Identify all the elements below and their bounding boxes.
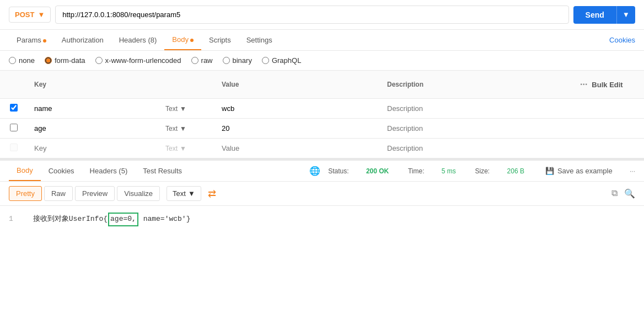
- col-desc: Description: [380, 71, 567, 99]
- row2-desc-cell: [380, 119, 567, 139]
- col-value: Value: [215, 71, 380, 99]
- option-form-data[interactable]: form-data: [45, 56, 85, 65]
- row3-actions: [567, 139, 644, 158]
- format-preview-button[interactable]: Preview: [75, 186, 115, 201]
- table-row: Text ▼: [0, 99, 644, 119]
- tab-params[interactable]: Params: [9, 30, 54, 50]
- row1-value-cell: [215, 99, 380, 119]
- row1-type-cell: Text ▼: [165, 99, 215, 119]
- url-input[interactable]: [55, 6, 568, 24]
- row2-checkbox-cell: [0, 119, 28, 139]
- time-label: Time:: [408, 167, 425, 175]
- row3-desc-cell: [380, 139, 567, 158]
- format-raw-button[interactable]: Raw: [44, 186, 73, 201]
- send-btn-group: Send ▼: [573, 6, 635, 24]
- response-container: Body Cookies Headers (5) Test Results 🌐 …: [0, 158, 644, 233]
- row2-type-cell: Text ▼: [165, 119, 215, 139]
- row2-key-input[interactable]: [28, 119, 165, 138]
- row1-key-input[interactable]: [28, 99, 165, 118]
- row3-type-cell: Text ▼: [165, 139, 215, 158]
- row3-value-input[interactable]: [215, 139, 380, 158]
- params-table: Key Value Description ··· Bulk Edit: [0, 71, 644, 158]
- status-label: Status:: [328, 167, 348, 175]
- more-options-icon[interactable]: ···: [580, 80, 587, 89]
- resp-tab-body[interactable]: Body: [9, 161, 41, 181]
- resp-tab-headers[interactable]: Headers (5): [82, 161, 136, 181]
- method-label: POST: [15, 10, 34, 19]
- table-row: Text ▼: [0, 139, 644, 158]
- save-icon: 💾: [545, 167, 554, 175]
- code-line-1: 接收到对象UserInfo{age=0, name='wcb'}: [33, 215, 191, 223]
- wrap-icon[interactable]: ⇄: [208, 188, 216, 200]
- row1-type-select[interactable]: Text ▼: [165, 105, 215, 113]
- row2-checkbox[interactable]: [10, 124, 18, 131]
- row1-key-cell: [28, 99, 165, 119]
- row3-value-cell: [215, 139, 380, 158]
- status-value: 200 OK: [366, 167, 389, 175]
- option-none[interactable]: none: [9, 56, 35, 65]
- size-label: Size:: [475, 167, 490, 175]
- row1-desc-cell: [380, 99, 567, 119]
- col-checkbox: [0, 71, 28, 99]
- request-tabs: Params Authorization Headers (8) Body Sc…: [0, 30, 644, 51]
- right-icons: ⧉ 🔍: [611, 188, 635, 199]
- format-pretty-button[interactable]: Pretty: [9, 186, 42, 201]
- tab-settings[interactable]: Settings: [239, 30, 280, 50]
- globe-icon: 🌐: [309, 166, 320, 176]
- response-type-dropdown[interactable]: Text ▼: [167, 186, 201, 201]
- search-icon[interactable]: 🔍: [624, 188, 635, 199]
- row2-actions: [567, 119, 644, 139]
- line-number-1: 1: [9, 214, 22, 225]
- tab-headers[interactable]: Headers (8): [111, 30, 165, 50]
- resp-tab-cookies[interactable]: Cookies: [41, 161, 82, 181]
- tab-body[interactable]: Body: [164, 30, 201, 50]
- option-graphql[interactable]: GraphQL: [262, 56, 301, 65]
- row3-desc-input[interactable]: [380, 139, 567, 158]
- format-visualize-button[interactable]: Visualize: [117, 186, 160, 201]
- tab-authorization[interactable]: Authorization: [54, 30, 111, 50]
- response-status-area: 🌐 Status: 200 OK Time: 5 ms Size: 206 B …: [309, 166, 635, 176]
- save-example-button[interactable]: 💾 Save as example: [545, 167, 613, 175]
- response-code-area: 1 接收到对象UserInfo{age=0, name='wcb'}: [0, 206, 644, 233]
- send-dropdown-button[interactable]: ▼: [616, 6, 635, 24]
- body-options: none form-data x-www-form-urlencoded raw…: [0, 51, 644, 71]
- bulk-edit-button[interactable]: Bulk Edit: [592, 81, 622, 89]
- time-value: 5 ms: [442, 167, 456, 175]
- row2-value-cell: [215, 119, 380, 139]
- size-value: 206 B: [507, 167, 524, 175]
- send-button[interactable]: Send: [573, 6, 616, 24]
- table-row: Text ▼: [0, 119, 644, 139]
- option-raw[interactable]: raw: [191, 56, 213, 65]
- row2-key-cell: [28, 119, 165, 139]
- cookies-link[interactable]: Cookies: [609, 30, 635, 50]
- resp-options-row: Pretty Raw Preview Visualize Text ▼ ⇄ ⧉ …: [0, 182, 644, 206]
- copy-icon[interactable]: ⧉: [611, 188, 618, 199]
- row3-type-select[interactable]: Text ▼: [165, 145, 215, 152]
- row2-desc-input[interactable]: [380, 119, 567, 138]
- method-selector[interactable]: POST ▼: [9, 7, 51, 23]
- row1-checkbox-cell: [0, 99, 28, 119]
- row3-key-input[interactable]: [28, 139, 165, 158]
- row1-value-input[interactable]: [215, 99, 380, 118]
- col-actions: ··· Bulk Edit: [567, 71, 644, 99]
- row3-checkbox-cell: [0, 139, 28, 158]
- col-type: [165, 71, 215, 99]
- tab-scripts[interactable]: Scripts: [201, 30, 239, 50]
- col-key: Key: [28, 71, 165, 99]
- option-binary[interactable]: binary: [223, 56, 252, 65]
- option-urlencoded[interactable]: x-www-form-urlencoded: [95, 56, 181, 65]
- row3-checkbox[interactable]: [10, 144, 18, 151]
- resp-more-icon[interactable]: ···: [630, 167, 635, 175]
- row1-type-chevron-icon: ▼: [180, 105, 186, 113]
- resp-tab-test-results[interactable]: Test Results: [135, 161, 190, 181]
- row2-value-input[interactable]: [215, 119, 380, 138]
- row3-type-chevron-icon: ▼: [180, 145, 186, 152]
- row1-desc-input[interactable]: [380, 99, 567, 118]
- row2-type-chevron-icon: ▼: [180, 125, 186, 132]
- highlighted-code: age=0,: [108, 213, 138, 226]
- response-tabs-row: Body Cookies Headers (5) Test Results 🌐 …: [0, 161, 644, 182]
- row2-type-select[interactable]: Text ▼: [165, 125, 215, 132]
- row3-key-cell: [28, 139, 165, 158]
- row1-checkbox[interactable]: [10, 104, 18, 112]
- type-chevron-icon: ▼: [188, 189, 195, 198]
